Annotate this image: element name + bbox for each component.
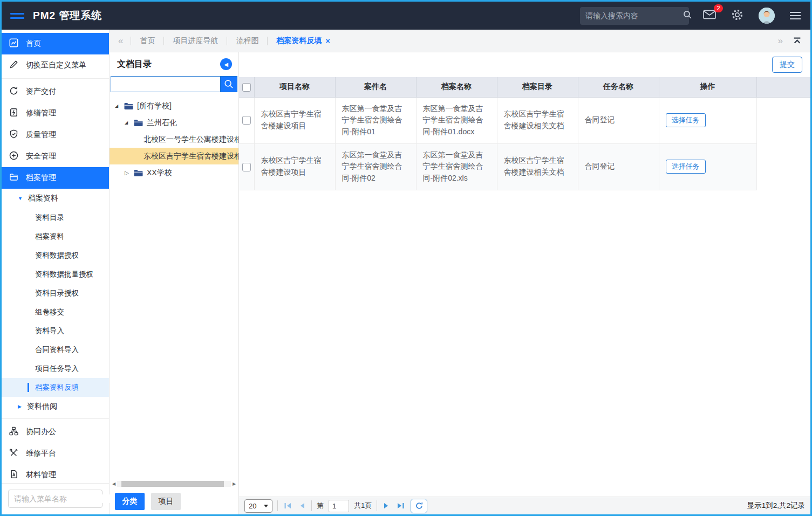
scroll-left-icon[interactable]: ◀ [111, 481, 117, 486]
global-search-input[interactable] [585, 11, 683, 20]
sidebar-item-repair[interactable]: 修缮管理 [2, 102, 109, 124]
category-mode-button[interactable]: 分类 [115, 493, 145, 510]
tree-collapsed-icon[interactable]: ▷ [125, 170, 130, 176]
page-size-select[interactable]: 20 [244, 499, 272, 513]
collapse-tabs-icon[interactable] [793, 36, 802, 45]
table-row: 东校区吉宁学生宿舍楼建设项目 东区第一食堂及吉宁学生宿舍测绘合同-附件01 东区… [239, 97, 810, 143]
scrollbar-thumb[interactable] [121, 481, 224, 487]
submenu-item-volume-transfer[interactable]: 组卷移交 [2, 302, 109, 321]
submit-button[interactable]: 提交 [772, 57, 802, 73]
tab-home[interactable]: 首页 [140, 36, 155, 46]
asset-transfer-icon [9, 86, 18, 97]
tab-project-progress[interactable]: 项目进度导航 [173, 36, 218, 46]
submenu-item-task-import[interactable]: 项目任务导入 [2, 359, 109, 378]
sidebar-item-archive[interactable]: 档案管理 [2, 167, 109, 189]
submenu-item-data-auth[interactable]: 资料数据授权 [2, 246, 109, 265]
sidebar-item-quality[interactable]: 质量管理 [2, 124, 109, 146]
chevron-right-icon: ▶ [18, 404, 22, 409]
gear-icon [731, 9, 743, 23]
cell-case: 东区第一食堂及吉宁学生宿舍测绘合同-附件01 [335, 97, 416, 143]
global-search[interactable] [580, 7, 689, 25]
user-avatar[interactable] [759, 8, 775, 24]
sidebar-item-safety[interactable]: 安全管理 [2, 146, 109, 167]
select-all-checkbox[interactable] [242, 83, 251, 92]
page-number-input[interactable] [329, 500, 349, 512]
project-mode-button[interactable]: 项目 [151, 493, 181, 510]
tabs-scroll-left-icon[interactable]: « [118, 36, 122, 46]
tree-search-button[interactable] [220, 76, 237, 92]
sidebar-item-label: 首页 [26, 39, 41, 49]
tree-node-north-campus[interactable]: 北校区一号学生公寓楼建设相关文档 [110, 131, 238, 148]
column-header-archive: 档案名称 [416, 77, 497, 97]
submenu-item-data-catalog[interactable]: 资料目录 [2, 208, 109, 227]
app-window: PM2 管理系统 2 [0, 0, 812, 516]
chevron-down-icon [264, 505, 268, 507]
select-task-button[interactable]: 选择任务 [666, 113, 706, 127]
folder-icon [134, 119, 143, 127]
row-checkbox[interactable] [242, 116, 251, 125]
tree-node-xx-school[interactable]: ▷ XX学校 [110, 164, 238, 181]
search-icon[interactable] [683, 10, 692, 22]
submenu-item-data-batch-auth[interactable]: 资料数据批量授权 [2, 265, 109, 284]
tree-search-input[interactable] [111, 76, 220, 92]
maintenance-icon [9, 448, 18, 459]
sidebar-toggle-icon[interactable] [10, 13, 24, 19]
tree-expanded-icon[interactable]: ◢ [125, 120, 130, 125]
repair-icon [9, 108, 18, 119]
tree-node-lanzhou[interactable]: ◢ 兰州石化 [110, 114, 238, 131]
first-page-button[interactable] [283, 502, 293, 510]
menu-divider [2, 418, 109, 419]
document-directory-panel: 文档目录 ◀ ◢ [所有学校] [110, 52, 239, 514]
next-page-button[interactable] [382, 502, 391, 510]
app-title: PM2 管理系统 [33, 9, 102, 23]
tab-close-icon[interactable]: × [325, 37, 330, 45]
tree-horizontal-scrollbar[interactable]: ◀ ▶ [111, 480, 237, 488]
submenu-item-catalog-auth[interactable]: 资料目录授权 [2, 284, 109, 302]
sidebar-item-material[interactable]: 材料管理 [2, 464, 109, 483]
sidebar-item-label: 安全管理 [26, 152, 56, 161]
submenu-item-archive-backfill[interactable]: 档案资料反填 [2, 378, 109, 397]
sidebar-footer [2, 483, 109, 514]
submenu-item-archive-data[interactable]: 档案资料 [2, 227, 109, 246]
tab-archive-backfill[interactable]: 档案资料反填 [276, 36, 322, 46]
sidebar-item-maintenance[interactable]: 维修平台 [2, 443, 109, 464]
submenu-group-data-borrow[interactable]: ▶ 资料借阅 [2, 397, 109, 416]
tree-node-east-campus[interactable]: 东校区吉宁学生宿舍楼建设相关文档 [110, 148, 238, 164]
dashboard-icon [9, 38, 18, 49]
cell-task: 合同登记 [578, 143, 659, 190]
prev-page-button[interactable] [298, 502, 306, 510]
submenu-item-data-import[interactable]: 资料导入 [2, 321, 109, 340]
pagination-bar: 20 第 共1页 [239, 497, 810, 514]
panel-collapse-icon[interactable]: ◀ [220, 58, 232, 70]
last-page-button[interactable] [395, 502, 406, 510]
settings-button[interactable] [731, 9, 743, 23]
refresh-button[interactable] [411, 499, 427, 513]
material-icon [9, 470, 18, 480]
cell-archive: 东区第一食堂及吉宁学生宿舍测绘合同-附件02.xls [416, 143, 497, 190]
tab-flowchart[interactable]: 流程图 [236, 36, 258, 46]
mail-icon [703, 10, 716, 22]
tree-node-all-schools[interactable]: ◢ [所有学校] [110, 98, 238, 114]
column-header-case: 案件名 [335, 77, 416, 97]
collaboration-icon [9, 426, 18, 437]
submenu-group-archive-data[interactable]: ▼ 档案资料 [2, 189, 109, 208]
more-menu-icon[interactable] [790, 12, 801, 19]
main-content: 提交 项目名称 案件名 档 [239, 52, 810, 514]
sidebar-item-label: 维修平台 [26, 449, 56, 458]
tree-expanded-icon[interactable]: ◢ [115, 104, 120, 108]
row-checkbox[interactable] [242, 163, 251, 171]
pencil-icon [9, 60, 18, 71]
sidebar-item-asset-delivery[interactable]: 资产交付 [2, 81, 109, 102]
submenu-item-contract-import[interactable]: 合同资料导入 [2, 340, 109, 359]
messages-button[interactable]: 2 [703, 10, 716, 22]
archive-table: 项目名称 案件名 档案名称 档案目录 任务名称 操作 [239, 77, 810, 497]
cell-archive: 东区第一食堂及吉宁学生宿舍测绘合同-附件01.docx [416, 97, 497, 143]
menu-search-input[interactable] [14, 494, 112, 503]
select-task-button[interactable]: 选择任务 [666, 160, 706, 174]
scroll-right-icon[interactable]: ▶ [231, 481, 237, 486]
sidebar-item-custom-menu[interactable]: 切换至自定义菜单 [2, 54, 109, 76]
sidebar-item-home[interactable]: 首页 [2, 33, 109, 54]
sidebar-item-collaboration[interactable]: 协同办公 [2, 421, 109, 443]
menu-search[interactable] [8, 490, 103, 508]
tabs-scroll-right-icon[interactable]: » [778, 36, 782, 46]
